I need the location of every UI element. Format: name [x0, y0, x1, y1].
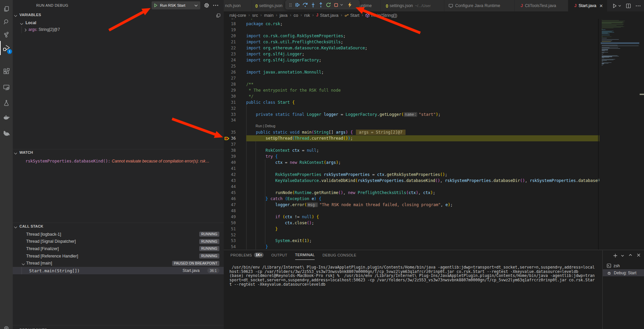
panel-tab-label: PROBLEMS: [230, 253, 252, 257]
tab-configure-java-runtime[interactable]: Configure Java Runtime: [444, 0, 515, 11]
breakpoint-current-line-icon[interactable]: [224, 136, 230, 141]
line-number: 22: [224, 45, 236, 51]
line-number: 37: [224, 141, 236, 147]
code-line-25: 25: [224, 63, 599, 69]
settings-gear-icon[interactable]: [2, 324, 10, 329]
panel-tab-output[interactable]: OUTPUT: [271, 252, 287, 260]
run-file-button[interactable]: [612, 3, 621, 8]
breadcrumb-item[interactable]: main(String[]): [371, 13, 397, 18]
minimap[interactable]: [601, 11, 644, 250]
stop-chevron-icon[interactable]: [340, 3, 343, 6]
tab-nch.json[interactable]: nch.json: [224, 0, 252, 11]
callstack-thread-row[interactable]: Thread [Signal Dispatcher]RUNNING: [13, 238, 224, 245]
panel-tab-problems[interactable]: PROBLEMS1K+: [230, 252, 264, 260]
tree-indent-guide: [21, 267, 22, 274]
callstack-frame-row[interactable]: Start.main(String[])Start.java36:1: [13, 267, 224, 274]
panel-tab-debug-console[interactable]: DEBUG CONSOLE: [322, 252, 356, 260]
breadcrumb-item[interactable]: co: [293, 13, 298, 18]
debug-restart-icon[interactable]: [326, 2, 331, 8]
run-config-dropdown[interactable]: Run RSK Start: [152, 1, 200, 9]
line-number: 32: [224, 105, 236, 111]
testing-icon[interactable]: [2, 99, 10, 107]
breadcrumb-item[interactable]: src: [252, 13, 258, 18]
variables-scope-local[interactable]: Local: [19, 19, 230, 26]
gradle-icon[interactable]: [2, 129, 10, 137]
watch-expression-row[interactable]: rskSystemProperties.databaseKind(): Cann…: [25, 158, 220, 164]
close-tab-icon[interactable]: ✕: [599, 3, 603, 8]
callstack-thread-row[interactable]: Thread [Finalizer]RUNNING: [13, 245, 224, 252]
callstack-section-header[interactable]: CALL STACK: [13, 224, 224, 230]
code-line-41: 41: [224, 166, 599, 172]
java-icon: J: [316, 13, 318, 17]
debug-stop-icon[interactable]: [333, 2, 339, 8]
terminal-list-item-zsh[interactable]: zsh: [603, 262, 644, 269]
watch-section-header[interactable]: WATCH: [13, 150, 224, 156]
variables-section-header[interactable]: VARIABLES: [13, 12, 224, 18]
bottom-panel: PROBLEMS1K+OUTPUTTERMINALDEBUG CONSOLE /…: [224, 250, 644, 329]
code-line-52: 52: [224, 232, 599, 238]
panel-tab-terminal[interactable]: TERMINAL: [295, 252, 315, 260]
tab-settings.json[interactable]: {}settings.json~/.../User: [381, 0, 444, 11]
breadcrumb-item[interactable]: java: [279, 13, 287, 18]
sidebar-more-actions-icon[interactable]: [213, 4, 218, 6]
debug-step-into-icon[interactable]: [310, 2, 316, 8]
new-terminal-icon[interactable]: [613, 253, 618, 258]
terminal-output[interactable]: /usr/bin/env /Library/Internet\ Plug-Ins…: [229, 265, 602, 287]
breakpoints-section-header[interactable]: BREAKPOINTS: [13, 327, 224, 329]
panel-tabs: PROBLEMS1K+OUTPUTTERMINALDEBUG CONSOLE: [230, 252, 357, 260]
breadcrumb-item[interactable]: main: [264, 13, 273, 18]
breadcrumb-separator: ›: [301, 13, 302, 17]
run-config-chevron-icon[interactable]: [194, 4, 198, 7]
breadcrumb-item[interactable]: rsk: [304, 13, 310, 18]
line-number: 52: [224, 232, 236, 238]
line-number: 24: [224, 57, 236, 63]
args-expand-icon[interactable]: [24, 29, 26, 31]
breadcrumb-item[interactable]: Start: [350, 13, 359, 18]
panel-tab-label: DEBUG CONSOLE: [322, 253, 356, 257]
variables-header-label: VARIABLES: [19, 13, 41, 17]
callstack-header-label: CALL STACK: [19, 224, 43, 228]
line-number: 47: [224, 202, 236, 208]
docker-icon[interactable]: [2, 113, 10, 122]
watch-twisty-icon: [14, 151, 17, 154]
run-play-icon[interactable]: [154, 3, 158, 7]
debug-step-out-icon[interactable]: [318, 2, 324, 8]
line-number: 29: [224, 87, 236, 93]
search-icon[interactable]: [2, 18, 10, 26]
editor-more-actions-icon[interactable]: [636, 5, 641, 7]
codelens-run-debug[interactable]: Run | Debug: [256, 123, 275, 129]
callstack-thread-row[interactable]: Thread [Reference Handler]RUNNING: [13, 252, 224, 260]
line-number: 38: [224, 147, 236, 153]
breadcrumb-separator: ›: [362, 13, 363, 17]
maximize-panel-icon[interactable]: [629, 253, 632, 258]
terminal-list-item-debug-start[interactable]: Debug: Start: [603, 269, 644, 276]
hot-code-replace-icon[interactable]: [347, 2, 352, 8]
close-panel-icon[interactable]: [637, 253, 641, 258]
extensions-icon[interactable]: [2, 67, 10, 75]
breadcrumb-separator: ›: [276, 13, 277, 17]
terminal-dropdown-icon[interactable]: [621, 254, 624, 258]
code-editor[interactable]: 17 */18package co.rsk;1920import co.rsk.…: [224, 19, 599, 250]
toolbar-drag-handle[interactable]: [288, 3, 292, 7]
tab-clitoolstest.java[interactable]: JCliToolsTest.java: [515, 0, 568, 11]
breadcrumb-item[interactable]: rskj-core: [229, 13, 246, 18]
debug-continue-icon[interactable]: [294, 2, 300, 8]
tab-start.java[interactable]: JStart.java✕: [568, 0, 607, 11]
overview-ruler-marker: [640, 94, 644, 95]
variable-args-row[interactable]: args: String[2]@7: [24, 27, 60, 32]
breakpoints-section-divider: [13, 325, 224, 325]
callstack-twisty-icon: [14, 225, 17, 228]
debug-step-over-icon[interactable]: [302, 2, 308, 8]
callstack-thread-row[interactable]: Thread [main]PAUSED ON BREAKPOINT: [13, 260, 224, 267]
line-number: 53: [224, 238, 236, 244]
thread-status-badge: RUNNING: [199, 232, 219, 237]
source-control-icon[interactable]: [2, 31, 10, 39]
line-number: 46: [224, 196, 236, 202]
callstack-thread-row[interactable]: Thread [logback-1]RUNNING: [13, 231, 224, 238]
panel-actions: [613, 253, 641, 258]
split-editor-icon[interactable]: [626, 3, 631, 8]
breadcrumb-item[interactable]: Start.java: [320, 13, 338, 18]
remote-explorer-icon[interactable]: [2, 83, 10, 91]
debug-settings-gear-icon[interactable]: [204, 3, 209, 8]
explorer-icon[interactable]: [2, 5, 10, 13]
